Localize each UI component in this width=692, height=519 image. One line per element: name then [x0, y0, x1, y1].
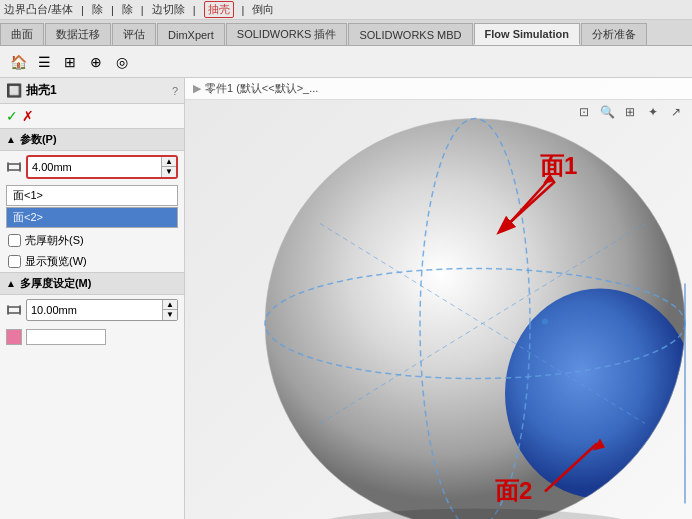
multithick-down[interactable]: ▼ [163, 310, 177, 320]
toolbar-separator-5: | [242, 4, 245, 16]
face-item-1[interactable]: 面<1> [6, 185, 178, 206]
panel-actions: ✓ ✗ [0, 104, 184, 128]
face2-label: 面2 [495, 477, 532, 504]
top-toolbar: 边界凸台/基体 | 除 | 除 | 边切除 | 抽壳 | 倒向 [0, 0, 692, 20]
thickness-row: 4.00mm ▲ ▼ [0, 151, 184, 183]
main-content: 🔲 抽壳1 ? ✓ ✗ ▲ 参数(P) 4.00mm [0, 78, 692, 519]
color-swatch-row [0, 325, 184, 349]
icon-grid[interactable]: ⊞ [58, 50, 82, 74]
toolbar-separator-3: | [141, 4, 144, 16]
toolbar-item-5: 倒向 [252, 2, 274, 17]
tricon-3[interactable]: ⊞ [620, 102, 640, 122]
tab-dimxpert[interactable]: DimXpert [157, 23, 225, 45]
thickness-up[interactable]: ▲ [162, 157, 176, 167]
toolbar-item-4: 边切除 [152, 2, 185, 17]
intersection-dot [542, 319, 548, 325]
panel-title-bar: 🔲 抽壳1 ? [0, 78, 184, 104]
face-list: 面<1> 面<2> [6, 185, 178, 228]
cancel-button[interactable]: ✗ [22, 108, 34, 124]
help-icon[interactable]: ? [172, 85, 178, 97]
icon-circle[interactable]: ◎ [110, 50, 134, 74]
toolbar-separator-2: | [111, 4, 114, 16]
tricon-2[interactable]: 🔍 [597, 102, 617, 122]
checkbox-outer: 壳厚朝外(S) [0, 230, 184, 251]
tricon-4[interactable]: ✦ [643, 102, 663, 122]
sphere-shadow [295, 509, 655, 520]
left-panel: 🔲 抽壳1 ? ✓ ✗ ▲ 参数(P) 4.00mm [0, 78, 185, 519]
tab-flow-simulation[interactable]: Flow Simulation [474, 23, 580, 45]
checkbox-preview-input[interactable] [8, 255, 21, 268]
icon-home[interactable]: 🏠 [6, 50, 30, 74]
tab-migration[interactable]: 数据迁移 [45, 23, 111, 45]
confirm-button[interactable]: ✓ [6, 108, 18, 124]
checkbox-outer-label: 壳厚朝外(S) [25, 233, 84, 248]
canvas-area: ▶ 零件1 (默认<<默认>_... ⊡ 🔍 ⊞ ✦ ↗ [185, 78, 692, 519]
tab-bar: 曲面 数据迁移 评估 DimXpert SOLIDWORKS 插件 SOLIDW… [0, 20, 692, 46]
breadcrumb-text: 零件1 (默认<<默认>_... [205, 81, 318, 96]
svg-rect-0 [8, 164, 20, 170]
checkbox-preview-label: 显示预览(W) [25, 254, 87, 269]
tricon-1[interactable]: ⊡ [574, 102, 594, 122]
toolbar-item-shell: 抽壳 [204, 1, 234, 18]
svg-rect-3 [8, 307, 20, 313]
color-swatch-icon [6, 329, 22, 345]
toolbar-separator-4: | [193, 4, 196, 16]
thickness-icon [6, 159, 22, 175]
multithick-spinners: ▲ ▼ [162, 300, 177, 320]
color-swatch-preview [26, 329, 106, 345]
tab-surface[interactable]: 曲面 [0, 23, 44, 45]
toolbar-separator-1: | [81, 4, 84, 16]
tab-analysis[interactable]: 分析准备 [581, 23, 647, 45]
multithick-input[interactable]: 10.00mm [27, 302, 162, 318]
icon-add[interactable]: ⊕ [84, 50, 108, 74]
section-multithick-arrow: ▲ [6, 278, 16, 289]
blue-face [505, 289, 692, 499]
tab-evaluate[interactable]: 评估 [112, 23, 156, 45]
thickness-input-container: 4.00mm ▲ ▼ [26, 155, 178, 179]
face-item-2[interactable]: 面<2> [6, 207, 178, 228]
multithick-row: 10.00mm ▲ ▼ [0, 295, 184, 325]
section-multithick[interactable]: ▲ 多厚度设定(M) [0, 272, 184, 295]
toolbar-item-1: 边界凸台/基体 [4, 2, 73, 17]
tab-sw-plugin[interactable]: SOLIDWORKS 插件 [226, 23, 348, 45]
toolbar-item-2: 除 [92, 2, 103, 17]
panel-title: 抽壳1 [26, 82, 172, 99]
section-params[interactable]: ▲ 参数(P) [0, 128, 184, 151]
multithick-icon [6, 302, 22, 318]
section-multithick-label: 多厚度设定(M) [20, 276, 92, 291]
checkbox-outer-thick[interactable] [8, 234, 21, 247]
icon-bar: 🏠 ☰ ⊞ ⊕ ◎ [0, 46, 692, 78]
3d-scene: 面1 面2 [185, 78, 692, 519]
section-params-arrow: ▲ [6, 134, 16, 145]
multithick-input-container: 10.00mm ▲ ▼ [26, 299, 178, 321]
thickness-input[interactable]: 4.00mm [28, 159, 161, 175]
section-params-label: 参数(P) [20, 132, 57, 147]
thickness-spinners: ▲ ▼ [161, 157, 176, 177]
breadcrumb: ▶ 零件1 (默认<<默认>_... [185, 78, 692, 100]
thickness-down[interactable]: ▼ [162, 167, 176, 177]
multithick-up[interactable]: ▲ [163, 300, 177, 310]
icon-list[interactable]: ☰ [32, 50, 56, 74]
face1-label: 面1 [540, 152, 577, 179]
top-right-icons: ⊡ 🔍 ⊞ ✦ ↗ [574, 102, 686, 122]
tricon-5[interactable]: ↗ [666, 102, 686, 122]
toolbar-item-3: 除 [122, 2, 133, 17]
tab-sw-mbd[interactable]: SOLIDWORKS MBD [348, 23, 472, 45]
checkbox-preview: 显示预览(W) [0, 251, 184, 272]
